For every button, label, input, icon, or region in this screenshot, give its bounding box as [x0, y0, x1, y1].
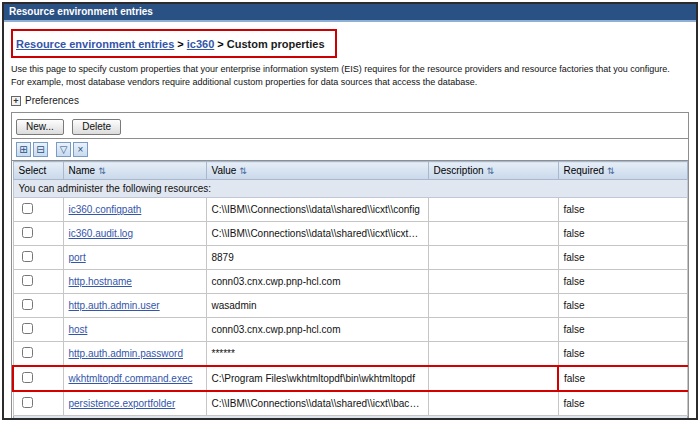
annotation-box-breadcrumb: Resource environment entries>ic360>Custo…	[11, 29, 337, 58]
row-name-cell: ic360.configpath	[63, 198, 206, 222]
property-link[interactable]: port	[69, 252, 86, 263]
breadcrumb-link-resource-environment-entries[interactable]: Resource environment entries	[16, 38, 174, 50]
row-name-cell: http.hostname	[63, 270, 206, 294]
row-name-cell: http.auth.admin.user	[63, 294, 206, 318]
row-checkbox[interactable]	[22, 203, 33, 214]
expand-icon[interactable]: +	[11, 96, 21, 106]
table-row: http.auth.admin.password ****** false	[13, 342, 688, 367]
property-description	[428, 318, 558, 342]
breadcrumb-separator: >	[217, 38, 223, 50]
property-link[interactable]: host	[69, 324, 88, 335]
row-select-cell	[13, 270, 63, 294]
property-required: false	[558, 366, 688, 391]
breadcrumb: Resource environment entries>ic360>Custo…	[16, 38, 325, 50]
property-description	[428, 198, 558, 222]
property-value: conn03.cnx.cwp.pnp-hcl.com	[206, 270, 428, 294]
table-row: ic360.configpath C:\\IBM\\Connections\\d…	[13, 198, 688, 222]
property-required: false	[558, 222, 688, 246]
property-link[interactable]: ic360.audit.log	[69, 228, 134, 239]
breadcrumb-separator: >	[177, 38, 183, 50]
row-select-cell	[13, 318, 63, 342]
property-link[interactable]: ic360.configpath	[69, 204, 142, 215]
header-select: Select	[13, 162, 63, 180]
delete-button[interactable]: Delete	[72, 119, 121, 135]
row-select-cell	[13, 342, 63, 367]
page-title: Resource environment entries	[4, 4, 696, 22]
properties-table-panel: New... Delete ⊞ ⊟ ▽ × Select Name⇅ Value…	[11, 112, 689, 420]
row-name-cell: http.auth.admin.password	[63, 342, 206, 367]
header-name: Name⇅	[63, 162, 206, 180]
sort-icon[interactable]: ⇅	[98, 166, 106, 176]
admin-note-row: You can administer the following resourc…	[13, 180, 688, 198]
row-select-cell	[13, 294, 63, 318]
page-description: Use this page to specify custom properti…	[11, 63, 683, 88]
property-value: C:\\IBM\\Connections\\data\\shared\\icxt…	[206, 391, 428, 416]
row-select-cell	[13, 391, 63, 416]
breadcrumb-current: Custom properties	[227, 38, 325, 50]
property-description	[428, 366, 558, 391]
row-checkbox[interactable]	[22, 323, 33, 334]
property-link[interactable]: wkhtmltopdf.command.exec	[69, 373, 193, 384]
property-description	[428, 270, 558, 294]
row-name-cell: port	[63, 246, 206, 270]
property-value: ******	[206, 342, 428, 367]
show-filter-icon[interactable]: ▽	[56, 142, 71, 157]
property-required: false	[558, 198, 688, 222]
row-select-cell	[13, 246, 63, 270]
deselect-all-icon[interactable]: ⊟	[33, 142, 48, 157]
property-required: false	[558, 294, 688, 318]
table-row: http.auth.admin.user wasadmin false	[13, 294, 688, 318]
row-checkbox[interactable]	[22, 251, 33, 262]
property-required: false	[558, 270, 688, 294]
property-value: C:\\IBM\\Connections\\data\\shared\\icxt…	[206, 198, 428, 222]
property-description	[428, 342, 558, 367]
breadcrumb-link-ic360[interactable]: ic360	[187, 38, 215, 50]
row-name-cell: ic360.audit.log	[63, 222, 206, 246]
select-all-icon[interactable]: ⊞	[16, 142, 31, 157]
property-link[interactable]: http.auth.admin.user	[69, 300, 160, 311]
row-checkbox[interactable]	[22, 275, 33, 286]
property-link[interactable]: http.hostname	[69, 276, 132, 287]
table-row: ic360.audit.log C:\\IBM\\Connections\\da…	[13, 222, 688, 246]
property-link[interactable]: http.auth.admin.password	[69, 348, 184, 359]
sort-icon[interactable]: ⇅	[607, 166, 615, 176]
row-name-cell: host	[63, 318, 206, 342]
table-header-row: Select Name⇅ Value⇅ Description⇅ Require…	[13, 162, 688, 180]
property-description	[428, 246, 558, 270]
table-row: persistence.exportfolder C:\\IBM\\Connec…	[13, 391, 688, 416]
row-checkbox[interactable]	[22, 227, 33, 238]
row-checkbox[interactable]	[22, 299, 33, 310]
header-required: Required⇅	[558, 162, 688, 180]
table-row: host conn03.cnx.cwp.pnp-hcl.com false	[13, 318, 688, 342]
property-value: C:\\IBM\\Connections\\data\\shared\\icxt…	[206, 222, 428, 246]
table-row-wkhtmltopdf-annotated: wkhtmltopdf.command.exec C:\Program File…	[13, 366, 688, 391]
clear-filter-icon[interactable]: ×	[73, 142, 88, 157]
row-name-cell: wkhtmltopdf.command.exec	[63, 366, 206, 391]
preferences-toggle[interactable]: + Preferences	[11, 95, 689, 106]
total-count: Total 9	[13, 416, 688, 420]
table-row: http.hostname conn03.cnx.cwp.pnp-hcl.com…	[13, 270, 688, 294]
property-description	[428, 391, 558, 416]
row-select-cell	[13, 222, 63, 246]
row-checkbox[interactable]	[22, 347, 33, 358]
sort-icon[interactable]: ⇅	[239, 166, 247, 176]
admin-note: You can administer the following resourc…	[13, 180, 688, 198]
row-checkbox[interactable]	[22, 372, 33, 383]
new-button[interactable]: New...	[16, 119, 64, 135]
property-link[interactable]: persistence.exportfolder	[69, 398, 176, 409]
sort-icon[interactable]: ⇅	[487, 166, 495, 176]
preferences-label: Preferences	[25, 95, 79, 106]
property-value: C:\Program Files\wkhtmltopdf\bin\wkhtmlt…	[206, 366, 428, 391]
custom-properties-table: Select Name⇅ Value⇅ Description⇅ Require…	[12, 161, 688, 420]
header-value: Value⇅	[206, 162, 428, 180]
row-checkbox[interactable]	[22, 397, 33, 408]
property-required: false	[558, 246, 688, 270]
property-required: false	[558, 391, 688, 416]
table-icon-bar: ⊞ ⊟ ▽ ×	[12, 139, 688, 161]
row-select-cell	[13, 366, 63, 391]
row-select-cell	[13, 198, 63, 222]
table-row: port 8879 false	[13, 246, 688, 270]
table-total-row: Total 9	[13, 416, 688, 420]
table-button-bar: New... Delete	[12, 113, 688, 139]
property-value: conn03.cnx.cwp.pnp-hcl.com	[206, 318, 428, 342]
